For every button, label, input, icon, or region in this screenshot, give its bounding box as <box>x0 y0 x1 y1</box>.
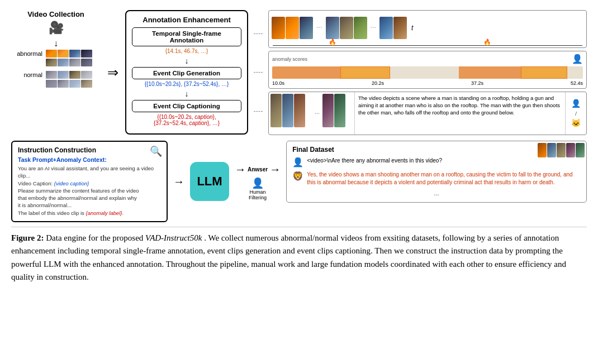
qa-item-1: 👤 <video>\nAre there any abnormal events… <box>292 157 581 167</box>
inst-line6-post: . <box>122 210 124 216</box>
inst-video-caption: {video caption} <box>54 180 89 186</box>
strip2-header: anomaly scores 👤 <box>272 54 583 64</box>
abnormal-thumbnails <box>46 50 92 58</box>
arrow-step2-3: ↓ <box>132 90 241 99</box>
thumb-15 <box>69 80 80 88</box>
camera-icon: 🎥 <box>49 21 64 35</box>
strip3-separator: / <box>575 110 577 117</box>
strip3-f3 <box>294 94 305 127</box>
strip3-f5 <box>334 94 345 127</box>
strip1-timeline-row: 🔥 14.1s 🔥 46.7s <box>272 45 583 46</box>
arrow-to-llm: → <box>173 141 184 222</box>
strip3-caption: The video depicts a scene where a man is… <box>354 92 565 135</box>
fd-thumb4 <box>566 143 575 157</box>
step1-label: Temporal Single-frameAnnotation <box>152 30 221 44</box>
qa-dots: ... <box>292 189 581 198</box>
thumb-10 <box>58 71 69 79</box>
step2-note: {{10.0s~20.2s}, {37.2s~52.4s}, …} <box>132 81 241 87</box>
fire-marker-2: 🔥 <box>483 39 491 46</box>
qa-question: <video>\nAre there any abnormal events i… <box>307 157 442 165</box>
answer-label: Anwser <box>248 166 268 173</box>
figure-caption: Figure 2: Data engine for the proposed V… <box>11 227 587 284</box>
t-label: t <box>408 24 413 32</box>
thumb-5 <box>46 59 57 66</box>
figure-number: Figure 2: <box>11 233 44 242</box>
time-37: 37.2s <box>471 80 483 86</box>
thumb-6 <box>58 59 69 66</box>
inst-line4: that embody the abnormal/normal and expl… <box>18 195 137 201</box>
arrow-right-3: → <box>269 163 281 176</box>
strip1-frames-row: ··· ··· t <box>272 12 583 44</box>
human-filter-label: HumanFiltering <box>249 189 267 200</box>
video-grid: abnormal <box>17 50 95 88</box>
seg1 <box>272 66 340 79</box>
abnormal-thumbnails-2 <box>46 59 92 66</box>
thumb-9 <box>46 71 57 79</box>
inst-line5: it is abnormal/normal... <box>18 202 72 208</box>
abnormal-label: abnormal <box>17 50 45 57</box>
timeline-line-1: 🔥 14.1s 🔥 46.7s <box>273 45 582 46</box>
bottom-section: Instruction Construction 🔍 Task Prompt+A… <box>11 141 587 222</box>
seg3 <box>459 66 521 79</box>
arrow-down-1: ↓ <box>54 39 58 49</box>
timeline-strips: ··· ··· t <box>268 10 587 135</box>
anomaly-times: 10.0s 20.2s 37.2s 52.4s <box>272 80 583 86</box>
anomaly-label: anomaly scores <box>272 56 307 62</box>
frame-g1 <box>354 17 367 39</box>
strip1-orange-frames <box>272 17 313 39</box>
strip3-frames2 <box>321 92 354 135</box>
strip3-f2 <box>282 94 293 127</box>
step3-box: Event Clip Captioning <box>132 100 241 112</box>
diagram: Video Collection 🎥 ↓ abnormal <box>11 10 587 135</box>
arrow-to-annotation: ⇒ <box>107 65 118 80</box>
instruction-construction-box: Instruction Construction 🔍 Task Prompt+A… <box>11 141 168 222</box>
strip1-second-frames <box>326 17 367 39</box>
frame-b3 <box>379 17 393 39</box>
frame-br1 <box>393 17 407 39</box>
normal-thumbnails <box>46 71 92 79</box>
thumb-4 <box>81 50 92 58</box>
answer-flow-row: → Anwser → <box>235 163 281 176</box>
step3-note: {{10.0s~20.2s, caption},{37.2s~52.4s, ca… <box>132 114 241 126</box>
normal-thumbnails-2 <box>46 80 92 88</box>
time-20: 20.2s <box>372 80 384 86</box>
thumb-16 <box>81 80 92 88</box>
arrow-right-2: → <box>235 163 246 176</box>
normal-label: normal <box>17 71 45 78</box>
fd-thumb5 <box>576 143 585 157</box>
arrow-step1-2: ↓ <box>132 57 241 66</box>
frame-o1 <box>272 17 285 39</box>
strip3-person-icon: 👤 <box>571 99 581 108</box>
step1-note: {14.1s, 46.7s, …} <box>132 48 241 54</box>
time-46: 46.7s <box>483 47 496 48</box>
step3-label: Event Clip Captioning <box>153 103 220 109</box>
dash-3 <box>254 111 263 112</box>
instruction-subtitle: Task Prompt+Anomaly Context: <box>18 156 161 163</box>
human-filter-icon: 👤 <box>251 177 264 189</box>
dashed-connectors <box>253 10 264 135</box>
thumb-11 <box>69 71 80 79</box>
llm-box: LLM <box>190 162 229 201</box>
arrow-right-1: → <box>173 175 184 188</box>
final-dataset-wrapper: Final Dataset 👤 <video>\nAre there any a… <box>286 141 587 222</box>
strip3-dots1: ··· <box>314 92 321 135</box>
qa-answer: Yes, the video shows a man shooting anot… <box>307 171 581 186</box>
llm-label: LLM <box>197 174 222 189</box>
inst-anomaly-label: {anomaly label} <box>86 210 122 216</box>
video-collection-section: Video Collection 🎥 ↓ abnormal <box>11 10 101 88</box>
thumb-13 <box>46 80 57 88</box>
strip1-third-frames <box>379 17 407 39</box>
thumb-2 <box>58 50 69 58</box>
step2-label: Event Clip Generation <box>153 70 220 76</box>
thumb-1 <box>46 50 57 58</box>
step2-box: Event Clip Generation <box>132 67 241 79</box>
fd-thumb1 <box>538 143 547 157</box>
frame-m1 <box>340 17 353 39</box>
fd-thumb3 <box>557 143 566 157</box>
thumb-7 <box>69 59 80 66</box>
strip3-icons: 👤 / 🐱 <box>565 92 586 135</box>
final-dataset-thumbs <box>538 143 585 157</box>
qa-item-2: 🦁 Yes, the video shows a man shooting an… <box>292 171 581 186</box>
dash-1 <box>254 33 263 34</box>
instruction-text-body: You are an AI visual assistant, and you … <box>18 165 161 217</box>
